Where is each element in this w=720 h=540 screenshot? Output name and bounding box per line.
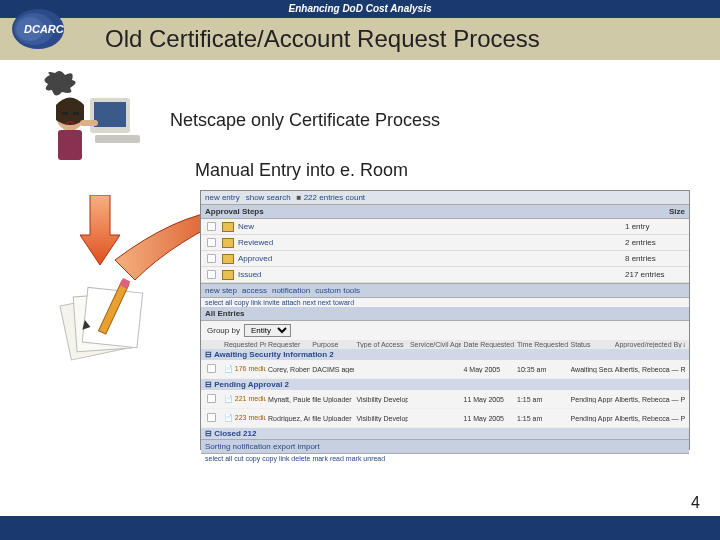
svg-rect-6 xyxy=(58,130,82,160)
svg-rect-10 xyxy=(80,120,98,126)
logo-text: DCARC xyxy=(24,23,65,35)
slide-title: Old Certificate/Account Request Process xyxy=(105,25,540,53)
folder-icon xyxy=(222,238,234,248)
mid-actions: select all copy link invite attach next … xyxy=(201,298,689,307)
dcarc-logo: DCARC xyxy=(10,4,90,54)
link-show-search[interactable]: show search xyxy=(246,193,291,202)
folder-row[interactable]: Approved8 entries xyxy=(201,251,689,267)
bottom-tabs: Sorting notification export import xyxy=(201,439,689,454)
entry-row[interactable]: 📄 223 medium PriorityRodriguez, Amyfile … xyxy=(201,409,689,428)
svg-rect-5 xyxy=(73,112,79,115)
title-band: Old Certificate/Account Request Process xyxy=(0,18,720,60)
all-entries-header: All Entries xyxy=(201,307,689,321)
folder-row[interactable]: New1 entry xyxy=(201,219,689,235)
folder-icon xyxy=(222,254,234,264)
group-header[interactable]: ⊟ Pending Approval 2 xyxy=(201,379,689,390)
group-by-row: Group by Entity xyxy=(201,321,689,340)
svg-rect-4 xyxy=(62,112,68,115)
svg-rect-8 xyxy=(94,102,126,127)
frustrated-user-clipart xyxy=(40,70,150,170)
footer-bar xyxy=(0,516,720,540)
group-header[interactable]: ⊟ Awaiting Security Information 2 xyxy=(201,349,689,360)
subtitle-netscape: Netscape only Certificate Process xyxy=(170,110,440,131)
svg-rect-9 xyxy=(95,135,140,143)
folder-row[interactable]: Reviewed2 entries xyxy=(201,235,689,251)
folder-row[interactable]: Issued217 entries xyxy=(201,267,689,283)
page-number: 4 xyxy=(691,494,700,512)
link-new-entry[interactable]: new entry xyxy=(205,193,240,202)
entries-count: 222 entries count xyxy=(304,193,365,202)
entry-row[interactable]: 📄 221 medium PriorityMynatt, Paulettefil… xyxy=(201,390,689,409)
eroom-screenshot: new entry show search ■ 222 entries coun… xyxy=(200,190,690,450)
folder-icon xyxy=(222,270,234,280)
bottom-actions: select all cut copy copy link delete mar… xyxy=(201,454,689,463)
column-headers: Requested Priority Requester Purpose Typ… xyxy=(201,340,689,349)
group-header[interactable]: ⊟ Closed 212 xyxy=(201,428,689,439)
group-by-select[interactable]: Entity xyxy=(244,324,291,337)
entry-row[interactable]: 📄 176 medium PriorityCorey, RobertDACIMS… xyxy=(201,360,689,379)
paperwork-clipart xyxy=(55,275,155,365)
eroom-top-toolbar: new entry show search ■ 222 entries coun… xyxy=(201,191,689,205)
subtitle-manual-entry: Manual Entry into e. Room xyxy=(195,160,408,181)
approval-steps-header: Approval Steps Size xyxy=(201,205,689,219)
eroom-mid-tabs: new step access notification custom tool… xyxy=(201,283,689,298)
down-arrow-icon xyxy=(80,195,120,265)
header-tagline: Enhancing DoD Cost Analysis xyxy=(0,0,720,18)
folder-icon xyxy=(222,222,234,232)
